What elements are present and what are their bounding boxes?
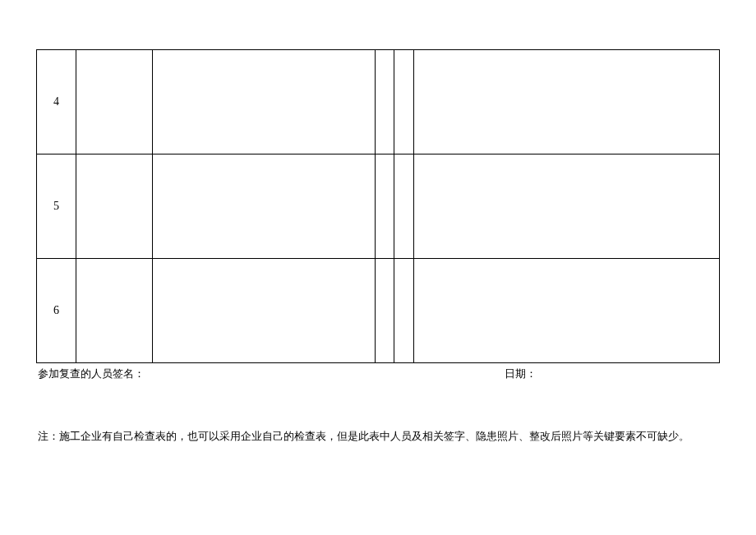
table-cell: [376, 259, 394, 363]
row-number-cell: 6: [37, 259, 76, 363]
table-cell: [376, 50, 394, 155]
row-number-cell: 5: [37, 155, 76, 259]
table-cell: [414, 50, 720, 155]
table-cell: [414, 259, 720, 363]
table-cell: [76, 50, 153, 155]
table-cell: [76, 259, 153, 363]
date-label: 日期：: [505, 367, 537, 381]
table-cell: [76, 155, 153, 259]
signature-label: 参加复查的人员签名：: [36, 367, 145, 381]
table-cell: [394, 155, 414, 259]
table-cell: [153, 155, 376, 259]
note-text: 注：施工企业有自己检查表的，也可以采用企业自己的检查表，但是此表中人员及相关签字…: [36, 429, 720, 444]
table-row: 5: [37, 155, 720, 259]
table-cell: [153, 50, 376, 155]
table-cell: [153, 259, 376, 363]
row-number-cell: 4: [37, 50, 76, 155]
table-cell: [394, 50, 414, 155]
table-cell: [414, 155, 720, 259]
table-cell: [376, 155, 394, 259]
footer-row: 参加复查的人员签名： 日期：: [36, 367, 720, 381]
table-row: 6: [37, 259, 720, 363]
inspection-table: 4 5 6: [36, 49, 720, 363]
page-container: 4 5 6: [0, 0, 756, 444]
table-row: 4: [37, 50, 720, 155]
table-cell: [394, 259, 414, 363]
